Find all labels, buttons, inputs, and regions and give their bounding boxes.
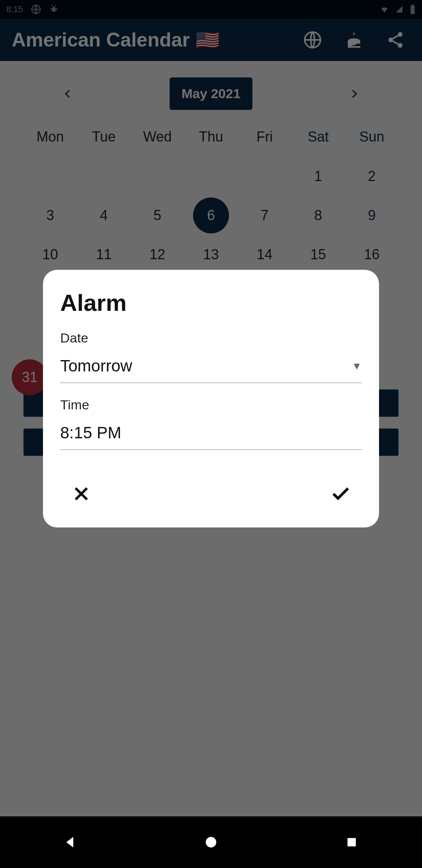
confirm-button[interactable]: [327, 480, 355, 508]
recents-button[interactable]: [342, 833, 361, 852]
dialog-title: Alarm: [60, 289, 362, 316]
date-value: Tomorrow: [60, 357, 132, 375]
android-nav-bar: [0, 816, 422, 868]
time-label: Time: [60, 397, 362, 412]
time-value: 8:15 PM: [60, 423, 121, 442]
close-icon: [72, 484, 91, 504]
check-icon: [330, 483, 352, 505]
svg-point-10: [206, 837, 216, 848]
dropdown-icon: ▼: [352, 360, 362, 372]
date-label: Date: [60, 330, 362, 346]
screen-root: 8:15 American Calendar 🇺🇸: [0, 0, 422, 868]
alarm-dialog: Alarm Date Tomorrow ▼ Time 8:15 PM: [43, 270, 379, 527]
home-button[interactable]: [202, 833, 220, 852]
dialog-actions: [60, 464, 362, 508]
cancel-button[interactable]: [67, 480, 95, 508]
time-field[interactable]: 8:15 PM: [60, 420, 362, 450]
svg-rect-11: [347, 838, 356, 846]
back-button[interactable]: [61, 833, 80, 852]
date-dropdown[interactable]: Tomorrow ▼: [60, 353, 362, 383]
